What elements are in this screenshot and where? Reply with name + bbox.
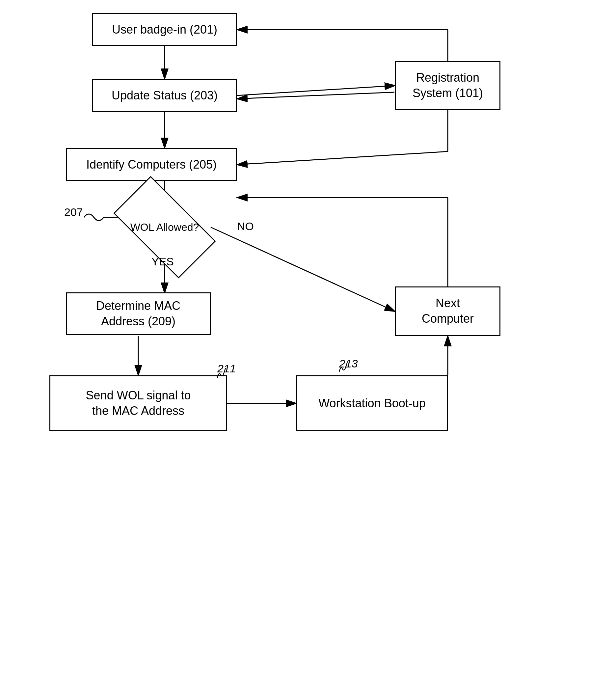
identify-computers-label: Identify Computers (205): [86, 157, 217, 173]
determine-mac-label: Determine MAC Address (209): [96, 298, 180, 329]
update-status-label: Update Status (203): [112, 88, 218, 103]
registration-system-box: Registration System (101): [395, 61, 500, 110]
next-computer-label: Next Computer: [422, 296, 474, 327]
label-yes: YES: [151, 255, 174, 268]
ref-211-squiggle: [211, 365, 231, 381]
svg-line-12: [211, 227, 394, 311]
svg-line-5: [238, 92, 394, 99]
label-no: NO: [237, 220, 254, 233]
next-computer-box: Next Computer: [395, 287, 500, 336]
workstation-bootup-label: Workstation Boot-up: [319, 396, 426, 411]
user-badge-in-box: User badge-in (201): [92, 13, 237, 46]
svg-line-4: [237, 86, 394, 96]
wol-allowed-diamond-wrapper: WOL Allowed?: [119, 204, 211, 250]
identify-computers-box: Identify Computers (205): [66, 148, 237, 181]
svg-line-7: [238, 151, 448, 164]
send-wol-label: Send WOL signal to the MAC Address: [86, 388, 191, 419]
update-status-box: Update Status (203): [92, 79, 237, 112]
flowchart-diagram: User badge-in (201) Update Status (203) …: [0, 0, 616, 674]
label-207: 207: [64, 206, 83, 219]
send-wol-box: Send WOL signal to the MAC Address: [49, 375, 227, 431]
determine-mac-box: Determine MAC Address (209): [66, 293, 211, 335]
workstation-bootup-box: Workstation Boot-up: [296, 375, 448, 431]
ref-213-squiggle: [333, 359, 352, 377]
registration-system-label: Registration System (101): [412, 70, 483, 101]
user-badge-in-label: User badge-in (201): [112, 22, 217, 37]
